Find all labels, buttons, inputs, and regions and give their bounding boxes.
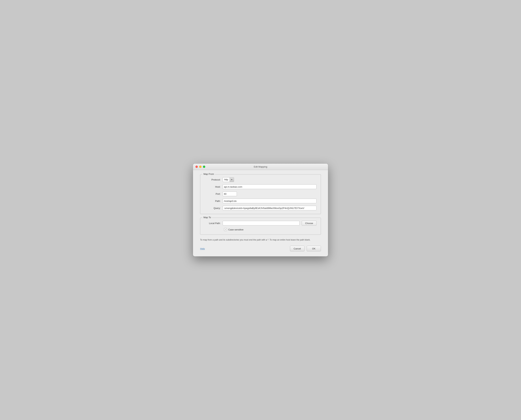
choose-button[interactable]: Choose	[302, 221, 317, 226]
protocol-row: Protocol: http	[204, 177, 317, 182]
query-row: Query:	[204, 206, 317, 210]
path-input[interactable]	[223, 199, 317, 203]
path-row: Path:	[204, 199, 317, 203]
protocol-label: Protocol:	[204, 178, 220, 181]
map-to-legend: Map To	[202, 216, 212, 219]
host-label: Host:	[204, 186, 220, 188]
map-from-fieldset: Map From Protocol: http Host: Port:	[200, 174, 321, 214]
help-text: To map from a path and its subdirectorie…	[200, 238, 321, 241]
titlebar: Edit Mapping	[193, 164, 328, 170]
local-path-row: Local Path: Choose	[204, 221, 317, 226]
map-to-fieldset: Map To Local Path: Choose ✓ Case-sensiti…	[200, 218, 321, 235]
port-label: Port:	[204, 193, 220, 195]
case-sensitive-container: ✓ Case-sensitive	[223, 228, 243, 231]
maximize-button[interactable]	[203, 165, 205, 168]
dialog-window: Edit Mapping Map From Protocol: http Hos…	[193, 164, 328, 256]
protocol-dropdown-button[interactable]	[230, 177, 234, 182]
protocol-value: http	[223, 177, 230, 182]
protocol-select[interactable]: http	[223, 177, 234, 182]
query-input[interactable]	[223, 206, 317, 210]
local-path-label: Local Path:	[204, 222, 220, 225]
traffic-lights	[196, 165, 205, 168]
checkmark-icon: ✓	[225, 229, 227, 231]
dialog-content: Map From Protocol: http Host: Port:	[193, 170, 328, 256]
window-title: Edit Mapping	[254, 165, 267, 168]
help-link[interactable]: Help	[200, 247, 205, 250]
host-input[interactable]	[223, 184, 317, 189]
local-path-input[interactable]	[223, 221, 300, 225]
ok-button[interactable]: OK	[307, 246, 321, 251]
bottom-bar: Help Cancel OK	[200, 245, 321, 251]
dropdown-arrow-icon	[231, 179, 232, 180]
bottom-buttons: Cancel OK	[290, 246, 321, 251]
case-sensitive-label: Case-sensitive	[228, 228, 243, 231]
minimize-button[interactable]	[199, 165, 202, 168]
case-sensitive-checkbox[interactable]: ✓	[224, 228, 227, 231]
close-button[interactable]	[196, 165, 198, 168]
local-path-container: Choose	[223, 221, 317, 226]
query-label: Query:	[204, 207, 220, 210]
path-label: Path:	[204, 200, 220, 202]
host-row: Host:	[204, 184, 317, 189]
cancel-button[interactable]: Cancel	[290, 246, 305, 251]
port-row: Port:	[204, 192, 317, 196]
map-from-legend: Map From	[202, 173, 215, 175]
case-sensitive-row: ✓ Case-sensitive	[204, 228, 317, 231]
port-input[interactable]	[223, 192, 237, 196]
